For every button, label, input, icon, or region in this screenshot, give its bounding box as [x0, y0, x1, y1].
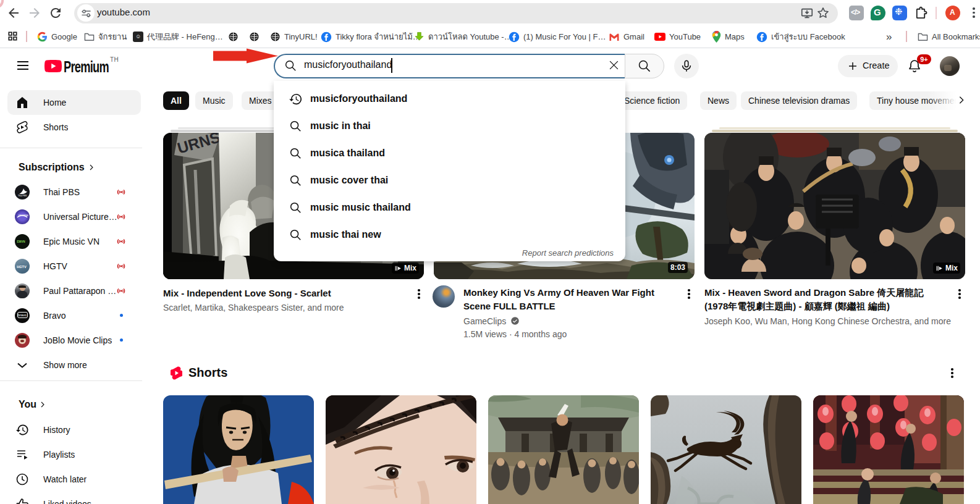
svg-text:EMVN: EMVN [17, 240, 25, 243]
svg-text:Thai PBS: Thai PBS [18, 195, 27, 197]
svg-text:HGTV: HGTV [17, 265, 27, 269]
svg-text:UNIVERSAL: UNIVERSAL [19, 214, 29, 217]
